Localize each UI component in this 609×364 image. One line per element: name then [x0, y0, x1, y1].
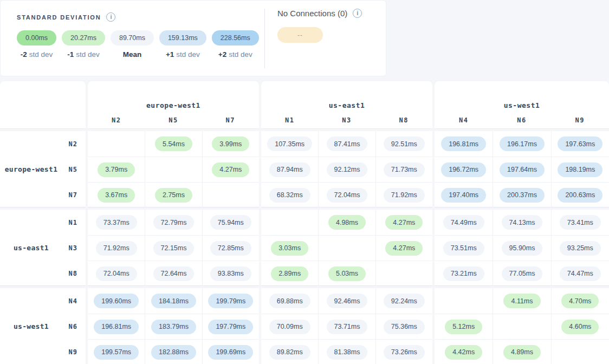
latency-pill[interactable]: 95.90ms — [502, 241, 543, 256]
node-column-header: N3 — [318, 116, 375, 124]
latency-pill[interactable]: 71.92ms — [96, 241, 137, 256]
latency-pill[interactable]: 5.03ms — [328, 266, 366, 281]
page: STANDARD DEVIATION i 0.00ms-2std dev20.2… — [0, 0, 609, 364]
matrix-cell: 196.81ms — [88, 314, 145, 339]
legend-pill-label: -1std dev — [67, 50, 100, 58]
latency-pill[interactable]: 73.21ms — [443, 266, 484, 281]
node-column-header: N8 — [375, 116, 432, 124]
row-region-label: us-west1 — [0, 288, 62, 364]
latency-pill[interactable]: 73.71ms — [327, 320, 368, 334]
matrix-cell-group: 4.11ms4.70ms5.12ms4.60ms4.42ms4.89ms — [435, 288, 609, 364]
latency-pill[interactable]: 72.15ms — [153, 241, 195, 256]
latency-pill[interactable]: 75.36ms — [384, 320, 425, 334]
latency-pill[interactable]: 3.67ms — [98, 188, 135, 203]
matrix-cell-group: 107.35ms87.41ms92.51ms87.94ms92.12ms71.7… — [261, 131, 432, 207]
latency-pill[interactable]: 72.04ms — [96, 266, 137, 281]
latency-pill[interactable]: 184.18ms — [151, 294, 196, 308]
latency-pill[interactable]: 2.75ms — [155, 188, 192, 203]
latency-pill[interactable]: 89.82ms — [269, 345, 310, 360]
latency-pill[interactable]: 71.73ms — [384, 162, 425, 177]
latency-pill[interactable]: 73.37ms — [96, 215, 137, 230]
latency-pill[interactable]: 72.64ms — [153, 266, 195, 281]
latency-pill[interactable]: 92.12ms — [327, 162, 368, 177]
latency-pill[interactable]: 92.51ms — [384, 136, 425, 151]
latency-pill[interactable]: 199.57ms — [94, 345, 139, 360]
col-group-header: us-east1N1N3N8 — [261, 81, 432, 129]
legend-item: 228.56ms+2std dev — [212, 30, 259, 58]
latency-pill[interactable]: 3.79ms — [98, 162, 135, 177]
latency-pill[interactable]: 81.38ms — [327, 345, 368, 360]
latency-pill[interactable]: 4.60ms — [561, 320, 599, 334]
latency-pill[interactable]: 4.98ms — [328, 215, 366, 230]
latency-pill[interactable]: 197.79ms — [208, 320, 253, 334]
matrix-cell: 89.82ms — [261, 339, 318, 364]
latency-pill[interactable]: 72.04ms — [327, 188, 368, 203]
latency-pill[interactable]: 87.94ms — [269, 162, 310, 177]
info-icon[interactable]: i — [353, 9, 362, 18]
latency-pill[interactable]: 5.12ms — [445, 320, 482, 334]
latency-pill[interactable]: 198.19ms — [558, 162, 602, 177]
latency-pill[interactable]: 73.51ms — [443, 241, 484, 256]
latency-pill[interactable]: 196.17ms — [500, 136, 545, 151]
latency-pill[interactable]: 72.79ms — [153, 215, 195, 230]
latency-pill[interactable]: 92.24ms — [384, 294, 425, 308]
matrix-cell: 4.27ms — [202, 157, 259, 182]
latency-pill[interactable]: 71.92ms — [384, 188, 425, 203]
latency-pill[interactable]: 93.25ms — [560, 241, 601, 256]
latency-pill[interactable]: 197.63ms — [558, 136, 602, 151]
legend-item: 0.00ms-2std dev — [17, 30, 56, 58]
latency-pill[interactable]: 3.99ms — [212, 136, 249, 151]
latency-pill[interactable]: 72.85ms — [210, 241, 251, 256]
latency-pill[interactable]: 196.81ms — [94, 320, 139, 334]
latency-pill[interactable]: 200.63ms — [558, 188, 602, 203]
info-icon[interactable]: i — [106, 12, 115, 22]
latency-pill[interactable]: 197.40ms — [441, 188, 486, 203]
latency-pill[interactable]: 107.35ms — [267, 136, 312, 151]
latency-pill[interactable]: 77.05ms — [502, 266, 543, 281]
latency-pill[interactable]: 196.72ms — [441, 162, 486, 177]
latency-pill[interactable]: 68.32ms — [269, 188, 310, 203]
latency-pill[interactable]: 183.79ms — [151, 320, 196, 334]
row-region-label: europe-west1 — [0, 131, 62, 207]
matrix-cell: 4.98ms — [318, 210, 375, 235]
legend-item: 20.27ms-1std dev — [62, 30, 105, 58]
legend-pill-label: +1std dev — [166, 50, 200, 58]
latency-pill[interactable]: 199.69ms — [208, 345, 253, 360]
latency-pill[interactable]: 4.11ms — [503, 294, 540, 308]
latency-pill[interactable]: 4.70ms — [561, 294, 599, 308]
latency-pill[interactable]: 199.60ms — [94, 294, 139, 308]
latency-pill[interactable]: 93.83ms — [210, 266, 251, 281]
latency-pill[interactable]: 197.64ms — [500, 162, 545, 177]
matrix-cell: 70.09ms — [261, 314, 318, 339]
latency-pill[interactable]: 74.47ms — [560, 266, 601, 281]
latency-pill[interactable]: 4.27ms — [385, 215, 423, 230]
latency-pill[interactable]: 4.89ms — [503, 345, 541, 360]
legend-pill: 20.27ms — [62, 30, 105, 46]
latency-pill[interactable]: 73.26ms — [384, 345, 425, 360]
latency-pill[interactable]: 3.03ms — [271, 241, 308, 256]
latency-pill[interactable]: 73.41ms — [560, 215, 601, 230]
latency-pill[interactable]: 200.37ms — [500, 188, 545, 203]
latency-pill[interactable]: 196.81ms — [441, 136, 486, 151]
latency-pill[interactable]: 199.79ms — [208, 294, 253, 308]
latency-pill[interactable]: 4.27ms — [385, 241, 423, 256]
latency-pill[interactable]: 92.46ms — [327, 294, 368, 308]
latency-pill[interactable]: 4.42ms — [445, 345, 482, 360]
latency-pill[interactable]: 70.09ms — [269, 320, 310, 334]
latency-pill[interactable]: 69.88ms — [269, 294, 310, 308]
matrix-cell: 74.47ms — [551, 261, 609, 286]
latency-pill[interactable]: 74.49ms — [443, 215, 484, 230]
legend-card: STANDARD DEVIATION i 0.00ms-2std dev20.2… — [0, 0, 386, 76]
latency-pill[interactable]: 87.41ms — [327, 136, 368, 151]
latency-pill[interactable]: 5.54ms — [155, 136, 192, 151]
latency-pill[interactable]: 74.13ms — [502, 215, 543, 230]
matrix-cell-group: 199.60ms184.18ms199.79ms196.81ms183.79ms… — [88, 288, 259, 364]
matrix-cell-group: 4.98ms4.27ms3.03ms4.27ms2.89ms5.03ms — [261, 210, 432, 286]
matrix-cell — [202, 182, 259, 207]
latency-pill[interactable]: 4.27ms — [212, 162, 249, 177]
latency-pill[interactable]: 75.94ms — [210, 215, 251, 230]
matrix-cell: 197.79ms — [202, 314, 259, 339]
latency-pill[interactable]: 2.89ms — [271, 266, 308, 281]
legend-item: 159.13ms+1std dev — [159, 30, 206, 58]
latency-pill[interactable]: 182.88ms — [151, 345, 196, 360]
